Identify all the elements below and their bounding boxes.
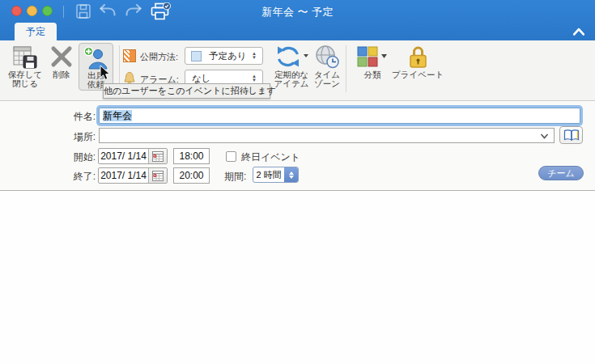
save-calendar-icon <box>12 43 38 70</box>
start-date-value: 2017/ 1/14 <box>99 149 148 163</box>
duration-value: 2 時間 <box>253 167 284 182</box>
end-date-field[interactable]: 2017/ 1/14 <box>98 167 168 184</box>
start-date-field[interactable]: 2017/ 1/14 <box>98 148 168 164</box>
end-time-field[interactable]: 20:00 <box>173 167 210 184</box>
invite-label-line2: 依頼 <box>87 80 104 89</box>
bell-icon <box>123 71 136 84</box>
start-label: 開始: <box>24 150 96 164</box>
delete-x-icon <box>49 43 74 70</box>
timezone-label-line2: ゾーン <box>314 79 340 88</box>
timezone-globe-icon <box>315 43 339 70</box>
location-input[interactable] <box>99 128 555 143</box>
tab-appointment[interactable]: 予定 <box>15 23 57 40</box>
collapse-ribbon-icon[interactable] <box>572 27 585 36</box>
lock-icon <box>407 43 429 70</box>
show-as-value: 予定あり <box>209 50 249 62</box>
team-button[interactable]: チーム <box>538 166 584 180</box>
stepper-icon[interactable]: ▲▼ <box>249 52 260 60</box>
address-book-icon <box>563 129 580 142</box>
duration-chevron-icon <box>284 167 298 182</box>
appointment-window: 新年会 〜 予定 予定 保存し <box>0 0 595 364</box>
subject-input[interactable]: 新年会 <box>99 108 580 124</box>
all-day-label: 終日イベント <box>241 150 300 164</box>
titlebar: 新年会 〜 予定 予定 <box>0 0 595 40</box>
location-label: 場所: <box>24 130 96 144</box>
save-close-label-line2: 閉じる <box>12 79 38 88</box>
address-book-button[interactable] <box>559 126 583 144</box>
timezone-button[interactable]: タイム ゾーン <box>310 43 344 95</box>
duration-label: 期間: <box>224 170 246 184</box>
duration-dropdown[interactable]: 2 時間 <box>253 167 299 183</box>
appointment-form: 件名: 新年会 場所: 開始: 2017/ 1/14 <box>0 102 595 190</box>
stepper-icon[interactable]: ▲▼ <box>249 74 260 83</box>
end-date-picker-button[interactable] <box>148 168 167 183</box>
save-close-button[interactable]: 保存して 閉じる <box>5 43 45 95</box>
show-as-label: 公開方法: <box>140 51 178 63</box>
categorize-label: 分類 <box>364 70 381 79</box>
mouse-cursor-icon <box>100 66 112 81</box>
busy-swatch-icon <box>191 51 202 61</box>
window-title: 新年会 〜 予定 <box>0 5 595 19</box>
notes-area[interactable] <box>0 191 595 364</box>
start-date-picker-button[interactable] <box>148 149 167 163</box>
ribbon-separator <box>346 45 346 92</box>
delete-label: 削除 <box>53 70 70 79</box>
ribbon: 保存して 閉じる 削除 <box>0 40 595 101</box>
recurrence-icon <box>274 43 308 70</box>
private-button[interactable]: プライベート <box>393 43 442 95</box>
categorize-button[interactable]: 分類 <box>353 43 392 95</box>
show-as-dropdown[interactable]: 予定あり ▲▼ <box>185 47 263 65</box>
calendar-icon <box>152 171 164 181</box>
recurrence-label-line2: アイテム <box>274 79 309 88</box>
subject-value: 新年会 <box>103 110 132 121</box>
delete-button[interactable]: 削除 <box>45 43 79 95</box>
calendar-icon <box>152 151 164 162</box>
invite-tooltip: 他のユーザーをこのイベントに招待します <box>103 83 270 99</box>
private-label: プライベート <box>392 70 444 79</box>
end-label: 終了: <box>24 170 96 184</box>
start-time-field[interactable]: 18:00 <box>173 148 210 164</box>
categorize-squares-icon <box>357 43 388 70</box>
location-dropdown-chevron-icon[interactable] <box>540 133 549 139</box>
busy-status-icon <box>123 49 136 62</box>
recurrence-button[interactable]: 定期的な アイテム <box>270 43 313 95</box>
subject-label: 件名: <box>24 110 96 124</box>
all-day-checkbox[interactable] <box>226 151 236 162</box>
end-date-value: 2017/ 1/14 <box>99 168 148 183</box>
